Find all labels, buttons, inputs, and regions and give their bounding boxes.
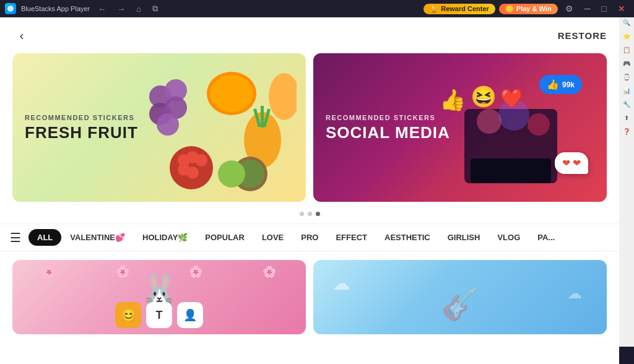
svg-point-5 (157, 113, 179, 136)
sidebar-icon-6[interactable]: ⌚ (620, 71, 633, 83)
tab-pro[interactable]: PRO (292, 229, 327, 246)
dot-1[interactable] (300, 212, 304, 216)
svg-rect-26 (471, 158, 551, 183)
dot-3[interactable] (316, 212, 320, 216)
sidebar-icon-7[interactable]: 📊 (620, 84, 633, 97)
svg-rect-8 (261, 106, 264, 128)
sidebar-icon-8[interactable]: 🔧 (620, 98, 633, 110)
title-bar-left: BlueStacks App Player ← → ⌂ ⧉ (5, 2, 161, 15)
search-window-button[interactable]: ⚙ (562, 4, 577, 14)
banner-dots (0, 212, 619, 216)
svg-point-20 (218, 160, 245, 188)
tab-valentine[interactable]: VALENTINE💕 (61, 229, 134, 246)
home-nav-button[interactable]: ⌂ (133, 3, 144, 15)
thumbs-up-emoji: 👍 (440, 87, 466, 112)
menu-icon[interactable]: ☰ (10, 230, 21, 245)
sidebar-icon-5[interactable]: 🎮 (620, 57, 633, 69)
close-button[interactable]: ✕ (614, 4, 629, 14)
content-top-bar: ‹ RESTORE (0, 17, 619, 53)
tab-love[interactable]: LOVE (253, 229, 292, 246)
back-nav-button[interactable]: ← (95, 3, 109, 15)
reward-center-badge[interactable]: 🏆 Reward Center (423, 4, 495, 14)
svg-point-19 (186, 167, 199, 179)
tab-aesthetic[interactable]: AESTHETIC (376, 229, 439, 246)
svg-point-21 (269, 73, 297, 120)
preview-icons-left: 😊 T 👤 (115, 302, 203, 328)
preview-card-left[interactable]: 🌸🌸🌸🌸 🐰 😊 T 👤 (12, 260, 306, 334)
svg-point-17 (195, 154, 207, 167)
svg-point-25 (528, 113, 550, 136)
copy-nav-button[interactable]: ⧉ (149, 2, 161, 15)
heart-bubble: ❤ ❤ (555, 152, 588, 174)
social-banner-subtitle: RECOMMENDED STICKERS (326, 114, 450, 121)
like-badge: 👍 99k (539, 75, 582, 94)
text-sticker-button[interactable]: T (146, 302, 172, 328)
laughing-emoji: 😆 (471, 84, 497, 109)
sidebar-icon-3[interactable]: ⭐ (620, 30, 633, 42)
sky-background: ☁ ☁ 🎸 (313, 260, 607, 334)
maximize-button[interactable]: □ (598, 4, 610, 14)
emoji-icon: 😊 (121, 308, 136, 323)
emoji-sticker-button[interactable]: 😊 (115, 302, 141, 328)
tab-popular[interactable]: POPULAR (196, 229, 253, 246)
sidebar-icon-10[interactable]: ❓ (620, 125, 633, 137)
play-win-label: Play & Win (516, 5, 552, 12)
main-area: ‹ RESTORE RECOMMENDED STICKERS FRESH FRU… (0, 17, 634, 364)
reward-label: Reward Center (441, 5, 489, 12)
fruit-banner-title: FRESH FRUIT (25, 124, 138, 142)
title-bar: BlueStacks App Player ← → ⌂ ⧉ 🏆 Reward C… (0, 0, 634, 17)
dot-2[interactable] (308, 212, 312, 216)
title-bar-right: 🏆 Reward Center 🪙 Play & Win ⚙ ─ □ ✕ (423, 4, 629, 14)
tab-holiday[interactable]: HOLIDAY🌿 (134, 229, 196, 246)
content-area: ‹ RESTORE RECOMMENDED STICKERS FRESH FRU… (0, 17, 619, 364)
back-button[interactable]: ‹ (12, 26, 31, 45)
text-icon: T (156, 309, 163, 322)
restore-button[interactable]: RESTORE (558, 30, 607, 41)
svg-point-23 (477, 109, 502, 134)
play-win-icon: 🪙 (505, 5, 514, 13)
social-banner-title: SOCIAL MEDIA (326, 124, 450, 142)
tab-vlog[interactable]: VLOG (489, 229, 529, 246)
social-banner[interactable]: RECOMMENDED STICKERS SOCIAL MEDIA (313, 53, 607, 202)
category-bar: ☰ ALL VALENTINE💕 HOLIDAY🌿 POPULAR LOVE P… (0, 223, 619, 251)
tab-effect[interactable]: EFFECT (327, 229, 376, 246)
preview-row: 🌸🌸🌸🌸 🐰 😊 T 👤 (0, 251, 619, 343)
app-title: BlueStacks App Player (21, 5, 90, 12)
preview-card-right[interactable]: ☁ ☁ 🎸 (313, 260, 607, 334)
sidebar-icon-4[interactable]: 📋 (620, 43, 633, 56)
fruit-decoration (139, 53, 300, 202)
sidebar-icon-9[interactable]: ⬆ (620, 111, 633, 124)
svg-point-11 (210, 75, 253, 112)
heart-emoji: ❤️ (500, 87, 523, 109)
tab-girlish[interactable]: GIRLISH (439, 229, 489, 246)
minimize-button[interactable]: ─ (581, 4, 594, 14)
banners-row: RECOMMENDED STICKERS FRESH FRUIT (0, 53, 619, 212)
play-win-badge[interactable]: 🪙 Play & Win (499, 4, 558, 14)
fruit-banner-subtitle: RECOMMENDED STICKERS (25, 114, 138, 121)
person-sticker-button[interactable]: 👤 (177, 302, 203, 328)
tab-all[interactable]: ALL (28, 229, 61, 246)
reward-icon: 🏆 (430, 5, 438, 13)
app-logo (5, 3, 16, 14)
fruit-banner[interactable]: RECOMMENDED STICKERS FRESH FRUIT (12, 53, 306, 202)
svg-point-0 (7, 6, 14, 12)
forward-nav-button[interactable]: → (114, 3, 128, 15)
right-sidebar: ⚙ 🔍 ⭐ 📋 🎮 ⌚ 📊 🔧 ⬆ ❓ (619, 0, 634, 347)
person-icon: 👤 (183, 308, 197, 322)
social-banner-text: RECOMMENDED STICKERS SOCIAL MEDIA (326, 114, 450, 142)
sidebar-icon-2[interactable]: 🔍 (620, 16, 633, 28)
tab-pa[interactable]: PA... (529, 229, 563, 246)
fruit-banner-text: RECOMMENDED STICKERS FRESH FRUIT (25, 114, 138, 142)
